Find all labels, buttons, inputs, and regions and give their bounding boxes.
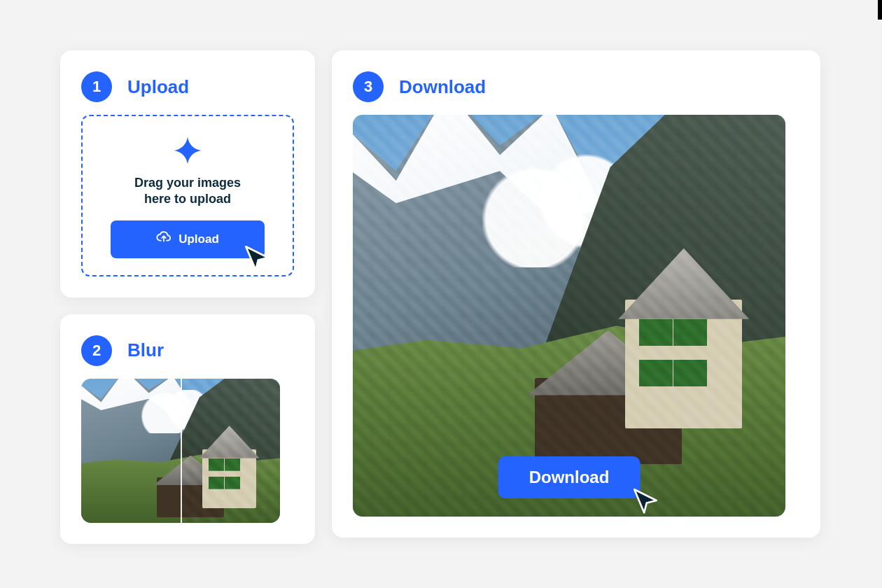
decoration-corner-mark	[878, 0, 882, 20]
upload-button-label: Upload	[178, 232, 219, 246]
step-title-download: Download	[399, 76, 486, 98]
step-title-upload: Upload	[127, 76, 189, 98]
card-download-header: 3 Download	[353, 71, 799, 102]
download-result-image: Download	[353, 115, 785, 517]
card-upload-header: 1 Upload	[81, 71, 294, 102]
upload-button[interactable]: Upload	[111, 220, 265, 258]
download-button[interactable]: Download	[498, 456, 640, 498]
step-badge-1: 1	[81, 71, 112, 102]
step-badge-3: 3	[353, 71, 384, 102]
cursor-icon	[242, 243, 272, 272]
sparkle-plus-icon	[173, 136, 202, 165]
page-layout: 1 Upload Drag your images here to upload	[60, 50, 820, 544]
step-badge-2: 2	[81, 335, 112, 366]
left-column: 1 Upload Drag your images here to upload	[60, 50, 315, 544]
before-after-divider[interactable]	[181, 379, 182, 523]
blur-preview-image	[81, 379, 280, 523]
card-download: 3 Download Download	[332, 50, 820, 538]
card-blur: 2 Blur	[60, 314, 315, 544]
step-title-blur: Blur	[127, 340, 164, 361]
download-button-label: Download	[529, 468, 610, 486]
right-column: 3 Download Download	[332, 50, 820, 544]
card-blur-header: 2 Blur	[81, 335, 294, 366]
card-upload: 1 Upload Drag your images here to upload	[60, 50, 315, 298]
upload-dropzone[interactable]: Drag your images here to upload Upload	[81, 115, 294, 276]
cloud-upload-icon	[156, 230, 172, 248]
dropzone-hint: Drag your images here to upload	[134, 175, 241, 208]
